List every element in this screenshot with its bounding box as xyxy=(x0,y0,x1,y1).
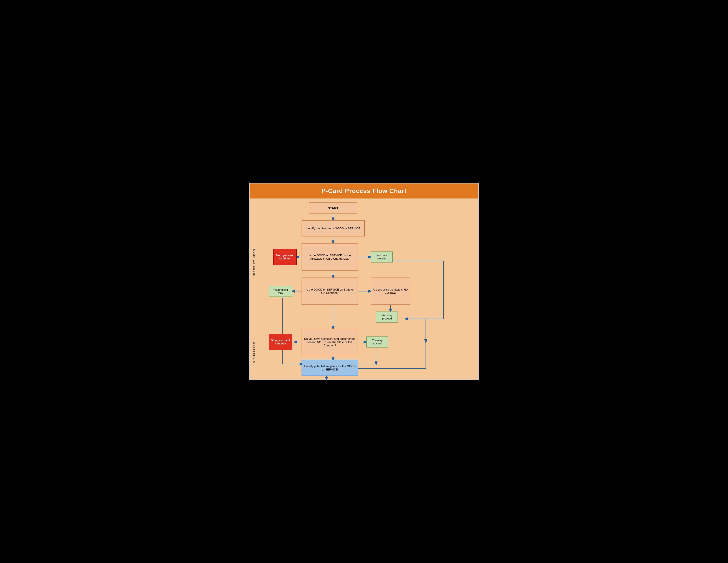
side-label-supplier: ID SUPPLIER xyxy=(250,327,258,380)
identify-need-node: Identify the Need for a GOOD or SERVICE xyxy=(302,220,365,236)
proceed1-node: You may proceed xyxy=(371,251,393,262)
proceed2-node: You proceed may xyxy=(269,286,292,297)
side-labels-column: IDENTIFY NEED ID SUPPLIER xyxy=(250,198,258,380)
stop1-node: Stop, you can't continue xyxy=(273,249,297,265)
side-label-identify: IDENTIFY NEED xyxy=(250,198,258,327)
q3-node: Are you using the State or GA Contract? xyxy=(371,277,410,305)
proceed3-node: You may proceed xyxy=(376,312,398,323)
chart-body: IDENTIFY NEED ID SUPPLIER xyxy=(250,198,478,380)
start-node: START xyxy=(309,202,357,213)
chart-title: P-Card Process Flow Chart xyxy=(250,183,478,198)
flow-area: START Identify the Need for a GOOD or SE… xyxy=(258,198,478,380)
identify-suppliers-node: Identify potential suppliers for the GOO… xyxy=(302,360,358,376)
stop2-node: Stop, you can't continue xyxy=(269,334,292,350)
page: P-Card Process Flow Chart IDENTIFY NEED … xyxy=(243,174,485,389)
chart-container: P-Card Process Flow Chart IDENTIFY NEED … xyxy=(249,183,479,380)
proceed4-node: You may proceed xyxy=(366,337,388,348)
q2-node: Is the GOOD or SERVICE on State or GA Co… xyxy=(302,277,358,305)
q4-node: Do you have suffecient and documented re… xyxy=(302,329,358,355)
q1-node: Is the GOOD or SERVICE on the Allowable … xyxy=(302,243,358,271)
